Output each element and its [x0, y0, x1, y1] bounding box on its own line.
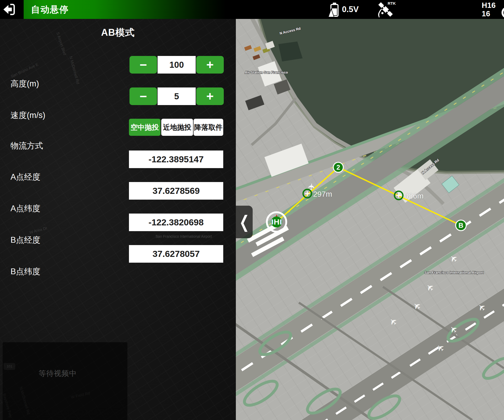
- altitude-value-field[interactable]: 100: [158, 56, 196, 74]
- mode-title: 自动悬停: [31, 0, 69, 19]
- topbar-title-band: 自动悬停: [24, 0, 226, 19]
- faint-street-label: W Area Dr: [29, 226, 48, 235]
- battery-voltage-text: 0.5V: [342, 0, 359, 19]
- altitude-label: 高度(m): [11, 79, 39, 89]
- speed-value-field[interactable]: 5: [158, 87, 196, 105]
- battery-icon: [328, 2, 340, 18]
- point-b-latitude-label: B点纬度: [11, 266, 40, 277]
- home-marker[interactable]: H: [267, 212, 286, 232]
- altitude-increase-button[interactable]: +: [196, 56, 224, 74]
- point-a-latitude-label: A点纬度: [11, 203, 40, 214]
- point-b-latitude-field[interactable]: 37.6278057: [129, 245, 223, 263]
- mission-settings-panel: S Airport Blvd N McDonnell Rd San Bruno …: [0, 19, 236, 420]
- point-a-longitude-label: A点经度: [11, 172, 40, 182]
- clipped-status-icon: [500, 6, 504, 19]
- point-a-longitude-field[interactable]: -122.3895147: [129, 151, 223, 168]
- logistics-mode-label: 物流方式: [11, 141, 43, 151]
- svg-text:✈: ✈: [411, 300, 423, 312]
- home-marker-label: H: [274, 217, 279, 226]
- speed-decrease-button[interactable]: −: [129, 87, 157, 105]
- altitude-decrease-button[interactable]: −: [129, 56, 157, 74]
- distance-label-1: 297m: [313, 190, 332, 198]
- faint-street-label: N McDonnell Rd: [69, 56, 81, 85]
- satellite-map[interactable]: ✈ ✈ ✈ ✈ ✈ ✈ ✈ ✈ N Access Rd Air Station …: [236, 19, 504, 420]
- back-arrow-icon: [2, 3, 16, 16]
- rtk-status-text: H1616: [482, 1, 496, 18]
- waypoint-2-label: 2: [336, 164, 340, 171]
- point-a-latitude-field[interactable]: 37.6278569: [129, 182, 223, 200]
- waypoint-b-label: B: [459, 221, 464, 229]
- svg-text:✈: ✈: [424, 281, 436, 294]
- plus-icon: +: [206, 90, 214, 103]
- faint-street-label: San Bruno Ave E: [10, 62, 39, 79]
- plus-icon: +: [206, 59, 214, 71]
- distance-label-2: 486m: [404, 192, 424, 200]
- speed-label: 速度(m/s): [11, 110, 45, 121]
- map-label-airport: San Francisco International Airport: [424, 271, 484, 274]
- video-feed-placeholder: 等待视频中: [3, 342, 127, 420]
- back-button[interactable]: [2, 3, 16, 16]
- waypoint-2-marker[interactable]: 2: [333, 162, 343, 172]
- video-status-text: 等待视频中: [39, 369, 77, 378]
- point-b-longitude-label: B点经度: [11, 235, 40, 245]
- waypoint-b-marker[interactable]: B: [456, 220, 466, 231]
- point-b-longitude-field[interactable]: -122.3820698: [129, 214, 223, 231]
- rtk-satellite-icon: RTK: [375, 1, 399, 19]
- minus-icon: −: [139, 90, 147, 103]
- map-label-air-station: Air Station San Francisco: [245, 70, 288, 74]
- logistics-option-near-ground-drop[interactable]: 近地抛投: [161, 119, 193, 136]
- logistics-option-air-drop[interactable]: 空中抛投: [129, 119, 160, 136]
- speed-increase-button[interactable]: +: [196, 87, 224, 105]
- minus-icon: −: [139, 59, 147, 71]
- svg-text:✈: ✈: [387, 315, 399, 328]
- faint-airport-label: San Francisco International Airport: [155, 234, 212, 238]
- logistics-option-land-pickup[interactable]: 降落取件: [194, 119, 223, 136]
- panel-collapse-button[interactable]: ❮: [236, 206, 253, 238]
- top-status-bar: 自动悬停 0.5V RTK H1616: [0, 0, 504, 19]
- svg-text:RTK: RTK: [388, 1, 396, 6]
- page-title: AB模式: [0, 26, 236, 39]
- chevron-left-icon: ❮: [239, 212, 250, 232]
